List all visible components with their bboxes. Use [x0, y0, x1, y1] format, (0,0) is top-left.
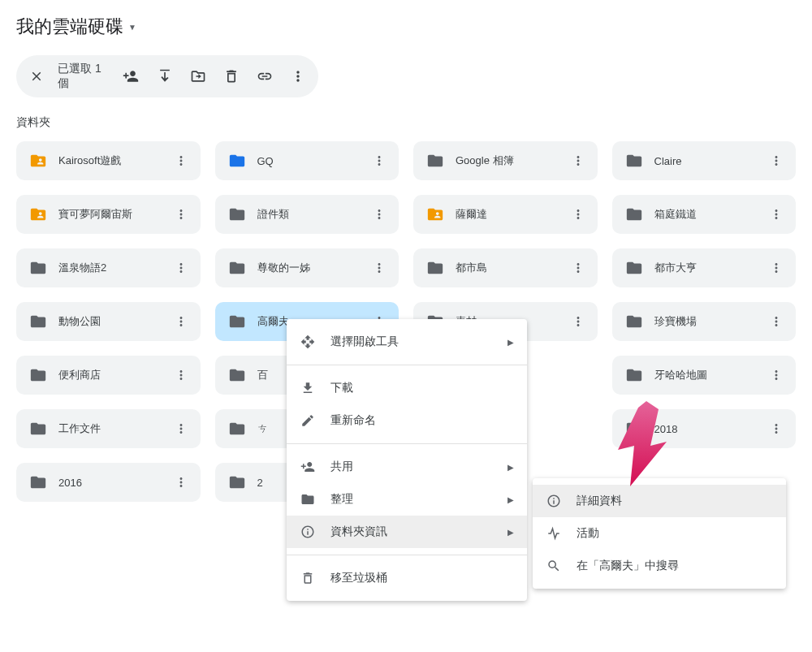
more-vert-icon	[290, 68, 306, 84]
folder-more-button[interactable]	[565, 201, 591, 227]
folder-icon	[228, 152, 246, 170]
more-vert-icon	[372, 153, 387, 168]
folder-more-button[interactable]	[168, 309, 194, 335]
folder-more-button[interactable]	[565, 309, 591, 335]
folder-more-button[interactable]	[366, 201, 392, 227]
folder-item[interactable]: 尊敬的一姊	[215, 248, 400, 287]
ctx-organize[interactable]: 整理 ▶	[287, 483, 527, 516]
folder-name: 都市大亨	[654, 261, 753, 275]
folder-item[interactable]: 工作文件	[16, 409, 201, 448]
link-button[interactable]	[252, 60, 279, 93]
folder-more-button[interactable]	[763, 362, 789, 388]
download-icon	[157, 68, 173, 84]
folder-icon	[625, 313, 643, 330]
folder-item[interactable]: 證件類	[215, 195, 400, 234]
folder-icon	[228, 259, 246, 277]
folders-section-label: 資料夾	[16, 115, 796, 130]
folder-icon	[228, 366, 246, 384]
folder-more-button[interactable]	[168, 362, 194, 388]
folder-more-button[interactable]	[168, 416, 194, 442]
move-to-folder-icon	[190, 68, 206, 84]
folder-icon	[228, 313, 246, 330]
folder-more-button[interactable]	[565, 148, 591, 174]
more-vert-icon	[769, 314, 784, 329]
folder-item[interactable]: 珍寶機場	[612, 302, 797, 341]
ctx-open-with[interactable]: 選擇開啟工具 ▶	[287, 326, 527, 358]
move-button[interactable]	[184, 60, 211, 93]
folder-more-button[interactable]	[168, 201, 194, 227]
folder-more-button[interactable]	[763, 201, 789, 227]
caret-down-icon: ▼	[128, 23, 136, 32]
folder-more-button[interactable]	[763, 255, 789, 281]
more-vert-icon	[571, 153, 585, 168]
folder-item[interactable]: 動物公園	[16, 302, 201, 341]
activity-icon	[546, 525, 562, 542]
folder-name: Google 相簿	[456, 153, 554, 168]
folder-item[interactable]: 2016	[16, 463, 201, 502]
more-vert-icon	[769, 368, 784, 382]
folder-item[interactable]: Claire	[612, 141, 797, 180]
folder-name: Claire	[654, 155, 753, 167]
person-add-icon	[300, 459, 316, 475]
folder-name: 薩爾達	[456, 207, 554, 222]
folder-icon	[625, 152, 643, 170]
more-vert-icon	[571, 261, 585, 275]
folder-more-button[interactable]	[763, 416, 789, 442]
folder-item[interactable]: 寶可夢阿爾宙斯	[16, 195, 201, 234]
ctx-folder-info[interactable]: 資料夾資訊 ▶	[287, 516, 527, 548]
ctx-trash[interactable]: 移至垃圾桶	[287, 562, 527, 594]
folder-item[interactable]: 箱庭鐵道	[612, 195, 797, 234]
folder-name: 寶可夢阿爾宙斯	[58, 207, 157, 222]
more-vert-icon	[174, 475, 188, 490]
clear-selection-button[interactable]	[23, 60, 50, 93]
folder-item[interactable]: 都市大亨	[612, 248, 797, 287]
folder-more-button[interactable]	[168, 469, 194, 495]
folder-item[interactable]: 薩爾達	[413, 195, 598, 234]
folder-name: 牙哈哈地圖	[654, 368, 753, 382]
folder-more-button[interactable]	[565, 255, 591, 281]
folder-name: 動物公園	[58, 314, 157, 329]
folder-name: 都市島	[456, 261, 554, 275]
breadcrumb-title[interactable]: 我的雲端硬碟 ▼	[16, 15, 796, 39]
folder-more-button[interactable]	[366, 255, 392, 281]
more-vert-icon	[174, 153, 188, 168]
folder-more-button[interactable]	[168, 255, 194, 281]
folder-more-button[interactable]	[763, 309, 789, 335]
download-button[interactable]	[151, 60, 178, 93]
chevron-right-icon: ▶	[508, 528, 514, 537]
ctx-share[interactable]: 共用 ▶	[287, 451, 527, 483]
folder-icon	[625, 259, 643, 277]
folder-item[interactable]: Google 相簿	[413, 141, 598, 180]
sub-search-in[interactable]: 在「高爾夫」中搜尋	[533, 550, 786, 582]
trash-icon	[223, 68, 240, 84]
folder-item[interactable]: 牙哈哈地圖	[612, 356, 797, 395]
person-add-icon	[123, 68, 139, 84]
folder-icon	[29, 420, 47, 438]
sub-activity[interactable]: 活動	[533, 517, 786, 550]
chevron-right-icon: ▶	[508, 338, 514, 347]
folder-item[interactable]: 溫泉物語2	[16, 248, 201, 287]
folder-item[interactable]: 2018	[612, 409, 797, 448]
sub-details[interactable]: 詳細資料	[533, 485, 786, 517]
ctx-download[interactable]: 下載	[287, 372, 527, 404]
folder-more-button[interactable]	[366, 148, 392, 174]
folder-name: 尊敬的一姊	[257, 261, 356, 275]
folder-icon	[625, 205, 643, 223]
more-actions-button[interactable]	[285, 60, 312, 93]
more-vert-icon	[174, 368, 188, 382]
folder-name: 2016	[58, 477, 157, 489]
folder-item[interactable]: 都市島	[413, 248, 598, 287]
folder-more-button[interactable]	[168, 148, 194, 174]
delete-button[interactable]	[218, 60, 244, 93]
download-icon	[300, 380, 316, 396]
folder-more-button[interactable]	[763, 148, 789, 174]
folder-item[interactable]: 便利商店	[16, 356, 201, 395]
ctx-rename[interactable]: 重新命名	[287, 404, 527, 437]
share-button[interactable]	[118, 60, 145, 93]
folder-item[interactable]: GQ	[215, 141, 400, 180]
folder-name: GQ	[257, 155, 356, 167]
folder-item[interactable]: Kairosoft遊戲	[16, 141, 201, 180]
selected-count: 已選取 1 個	[58, 62, 106, 91]
folder-icon	[300, 491, 316, 507]
more-vert-icon	[769, 207, 784, 222]
